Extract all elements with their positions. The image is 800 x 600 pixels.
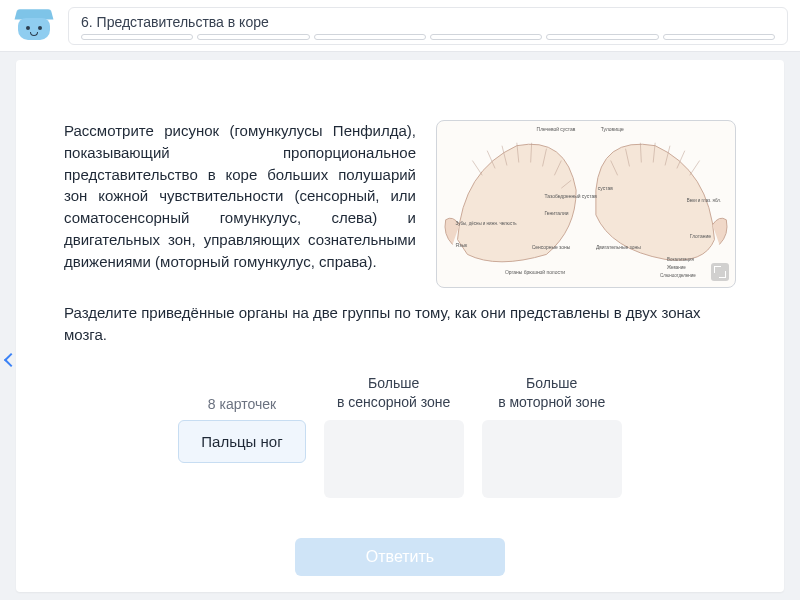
- drop-zone-motor[interactable]: [482, 420, 622, 498]
- svg-text:Тазобедренный сустав: Тазобедренный сустав: [545, 194, 598, 199]
- expand-icon[interactable]: [711, 263, 729, 281]
- app-logo[interactable]: [12, 8, 56, 44]
- svg-text:Туловище: Туловище: [601, 127, 624, 132]
- svg-text:Веки и глаз. ябл.: Веки и глаз. ябл.: [687, 198, 721, 203]
- svg-line-0: [472, 161, 482, 176]
- drop-zone-1-label: Больше в сенсорной зоне: [324, 374, 464, 412]
- drop-zone-sensory[interactable]: [324, 420, 464, 498]
- svg-text:Двигательные зоны: Двигательные зоны: [596, 245, 641, 250]
- task-card: Рассмотрите рисунок (гомункулусы Пенфилд…: [16, 60, 784, 592]
- svg-text:Зубы, дёсны и нижн. челюсть: Зубы, дёсны и нижн. челюсть: [456, 221, 518, 226]
- svg-text:Глотание: Глотание: [690, 234, 711, 239]
- svg-text:Язык: Язык: [456, 243, 468, 248]
- lesson-title: 6. Представительства в коре: [81, 14, 775, 30]
- svg-line-14: [690, 161, 700, 176]
- svg-text:Органы брюшной полости: Органы брюшной полости: [505, 270, 565, 275]
- svg-text:Жевание: Жевание: [667, 265, 686, 270]
- submit-button[interactable]: Ответить: [295, 538, 505, 576]
- drop-zone-2-label: Больше в моторной зоне: [482, 374, 622, 412]
- svg-text:Гениталии: Гениталии: [545, 211, 569, 216]
- card-count-label: 8 карточек: [178, 396, 305, 412]
- progress-bar: [81, 34, 775, 40]
- svg-text:Плечевой сустав: Плечевой сустав: [537, 127, 576, 132]
- svg-text:Слюноотделение: Слюноотделение: [660, 273, 696, 278]
- draggable-card[interactable]: Пальцы ног: [178, 420, 305, 463]
- svg-text:Сенсорные зоны: Сенсорные зоны: [532, 245, 571, 250]
- svg-text:Вокализация: Вокализация: [667, 257, 695, 262]
- prev-arrow-icon[interactable]: [2, 350, 16, 368]
- breadcrumb: 6. Представительства в коре: [68, 7, 788, 45]
- homunculus-image[interactable]: Плечевой сустав Туловище Тазобедренный с…: [436, 120, 736, 288]
- task-description: Рассмотрите рисунок (гомункулусы Пенфилд…: [64, 120, 416, 288]
- task-instruction: Разделите приведённые органы на две груп…: [64, 302, 736, 346]
- sorting-area: 8 карточек Пальцы ног Больше в сенсорной…: [64, 374, 736, 498]
- svg-text:сустав: сустав: [598, 186, 613, 191]
